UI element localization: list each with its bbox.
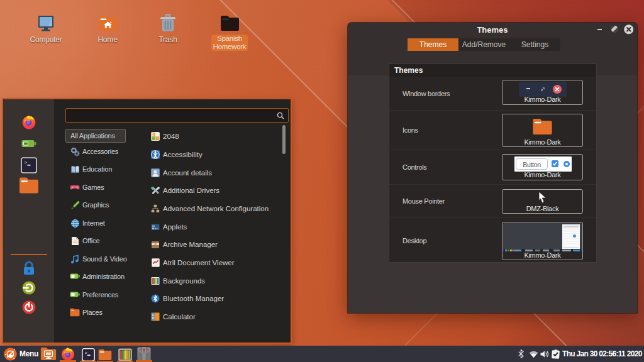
svg-text:>: > (24, 160, 26, 165)
svg-text:>: > (84, 351, 87, 355)
